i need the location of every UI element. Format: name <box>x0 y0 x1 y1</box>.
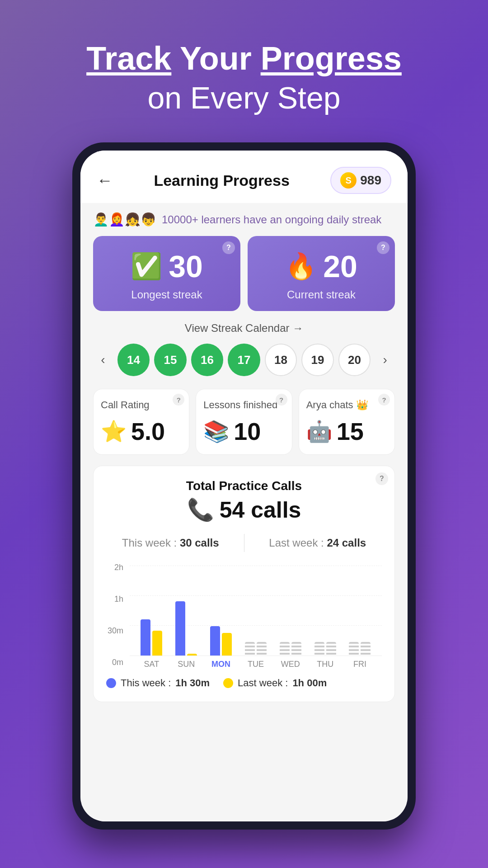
bar-tue <box>245 642 267 656</box>
arya-chats-label: Arya chats 👑 <box>306 399 387 411</box>
header-line2: on Every Step <box>86 80 402 115</box>
lessons-value-row: 📚 10 <box>203 417 284 445</box>
day-label-sun: SUN <box>176 660 196 669</box>
longest-streak-emoji: ✅ <box>131 251 162 281</box>
day-14[interactable]: 14 <box>117 344 150 376</box>
legend-this-week: This week : 1h 30m <box>106 677 210 689</box>
header-line1: Track Your Progress <box>86 41 402 76</box>
practice-title: Total Practice Calls <box>106 479 382 493</box>
header-progress: Progress <box>261 40 402 76</box>
longest-streak-number-row: ✅ 30 <box>131 249 203 284</box>
current-streak-number: 20 <box>323 249 357 284</box>
bar-thu <box>314 642 336 656</box>
coins-badge: S 989 <box>330 167 391 194</box>
last-week-stat: Last week : 24 calls <box>253 537 382 549</box>
call-rating-emoji: ⭐ <box>101 419 127 443</box>
day-nav-next[interactable]: › <box>375 350 395 370</box>
coins-value: 989 <box>360 173 381 188</box>
arya-chats-number: 15 <box>337 417 364 445</box>
day-label-tue: TUE <box>246 660 266 669</box>
day-15[interactable]: 15 <box>154 344 187 376</box>
y-label-0m: 0m <box>112 658 123 667</box>
arya-chats-card: ? Arya chats 👑 🤖 15 <box>299 389 395 455</box>
bar-chart: 2h 1h 30m 0m <box>106 561 382 689</box>
practice-total: 📞 54 calls <box>106 497 382 523</box>
day-20[interactable]: 20 <box>338 344 371 376</box>
learners-notice: 👨‍🦱👩‍🦰👧👦 10000+ learners have an ongoing… <box>93 212 395 227</box>
day-label-mon: MON <box>211 660 231 669</box>
phone-emoji: 📞 <box>187 497 214 523</box>
call-rating-number: 5.0 <box>131 417 165 445</box>
day-nav-prev[interactable]: ‹ <box>93 350 113 370</box>
day-label-wed: WED <box>281 660 300 669</box>
streak-cards: ? ✅ 30 Longest streak ? 🔥 20 Current str… <box>93 236 395 311</box>
bars-row <box>130 566 382 656</box>
day-row: ‹ 14 15 16 17 18 19 20 › <box>93 344 395 376</box>
chart-legend: This week : 1h 30m Last week : 1h 00m <box>106 677 382 689</box>
bar-sat-this <box>141 619 150 656</box>
bar-sat-last <box>152 631 162 656</box>
chart-area <box>130 566 382 656</box>
current-streak-help[interactable]: ? <box>377 241 389 254</box>
last-week-label: Last week : <box>269 537 324 549</box>
scroll-content[interactable]: 👨‍🦱👩‍🦰👧👦 10000+ learners have an ongoing… <box>80 203 408 821</box>
current-streak-card: ? 🔥 20 Current streak <box>248 236 395 311</box>
bar-tue-last <box>257 642 267 656</box>
legend-dot-blue <box>106 678 116 688</box>
day-labels: SAT SUN MON TUE WED THU FRI <box>130 656 382 669</box>
day-18[interactable]: 18 <box>265 344 297 376</box>
stat-divider <box>244 534 244 552</box>
day-16[interactable]: 16 <box>191 344 224 376</box>
day-17[interactable]: 17 <box>228 344 260 376</box>
longest-streak-label: Longest streak <box>131 288 202 301</box>
longest-streak-number: 30 <box>169 249 203 284</box>
bar-fri <box>349 642 371 656</box>
longest-streak-help[interactable]: ? <box>222 241 235 254</box>
last-week-value: 24 calls <box>327 537 366 549</box>
view-calendar-link[interactable]: View Streak Calendar → <box>93 322 395 335</box>
lessons-emoji: 📚 <box>203 419 229 443</box>
lessons-number: 10 <box>234 417 261 445</box>
bar-fri-last <box>361 642 371 656</box>
y-label-2h: 2h <box>114 563 123 572</box>
arya-chats-help[interactable]: ? <box>378 394 390 406</box>
bar-thu-this <box>314 642 324 656</box>
bar-mon-last <box>222 633 232 656</box>
practice-count: 54 calls <box>220 497 301 523</box>
back-button[interactable]: ← <box>97 171 113 190</box>
learners-text: 10000+ learners have an ongoing daily st… <box>162 213 381 226</box>
bar-sun-last <box>187 654 197 656</box>
arya-chats-value-row: 🤖 15 <box>306 417 387 445</box>
header-track: Track <box>86 40 171 76</box>
page-title: Learning Progress <box>154 172 289 189</box>
longest-streak-card: ? ✅ 30 Longest streak <box>93 236 240 311</box>
day-19[interactable]: 19 <box>301 344 334 376</box>
bar-wed-last <box>291 642 301 656</box>
legend-last-week-label: Last week : <box>238 677 288 689</box>
bar-mon <box>210 626 232 656</box>
current-streak-label: Current streak <box>287 288 356 301</box>
lessons-card: ? Lessons finished 📚 10 <box>196 389 292 455</box>
y-label-1h: 1h <box>114 594 123 604</box>
call-rating-help[interactable]: ? <box>173 394 184 406</box>
legend-dot-yellow <box>223 678 233 688</box>
bar-sat <box>141 619 162 656</box>
bar-sun <box>175 601 197 656</box>
legend-this-week-value: 1h 30m <box>175 677 210 689</box>
day-label-fri: FRI <box>350 660 370 669</box>
call-rating-card: ? Call Rating ⭐ 5.0 <box>93 389 189 455</box>
y-label-30m: 30m <box>108 626 123 636</box>
practice-help[interactable]: ? <box>375 472 388 485</box>
header-section: Track Your Progress on Every Step <box>86 41 402 115</box>
learner-avatars: 👨‍🦱👩‍🦰👧👦 <box>93 212 156 227</box>
call-rating-value-row: ⭐ 5.0 <box>101 417 182 445</box>
day-label-thu: THU <box>315 660 335 669</box>
day-label-sat: SAT <box>141 660 161 669</box>
lessons-help[interactable]: ? <box>276 394 287 406</box>
bar-wed <box>280 642 301 656</box>
bar-wed-this <box>280 642 290 656</box>
practice-section: ? Total Practice Calls 📞 54 calls This w… <box>93 466 395 702</box>
this-week-stat: This week : 30 calls <box>106 537 235 549</box>
stats-cards: ? Call Rating ⭐ 5.0 ? Lessons finished 📚… <box>93 389 395 455</box>
chart-y-labels: 2h 1h 30m 0m <box>106 561 127 669</box>
